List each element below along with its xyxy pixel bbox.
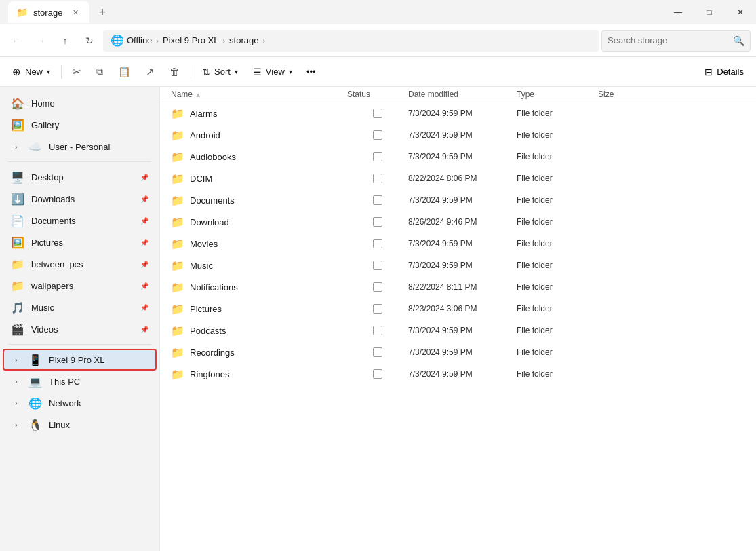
sidebar-item-linux[interactable]: › 🐧 Linux xyxy=(3,414,157,436)
sidebar-item-network[interactable]: › 🌐 Network xyxy=(3,392,157,414)
table-row[interactable]: 📁 Podcasts 7/3/2024 9:59 PM File folder xyxy=(160,320,756,341)
table-row[interactable]: 📁 Ringtones 7/3/2024 9:59 PM File folder xyxy=(160,363,756,385)
minimize-button[interactable]: — xyxy=(662,0,694,24)
sidebar-item-documents[interactable]: 📄 Documents 📌 xyxy=(3,210,157,231)
table-row[interactable]: 📁 DCIM 8/22/2024 8:06 PM File folder xyxy=(160,168,756,189)
file-status-cell xyxy=(347,217,408,227)
downloads-pin-icon: 📌 xyxy=(140,195,148,203)
share-button[interactable]: ↗ xyxy=(139,61,161,83)
view-button[interactable]: ☰ View ▾ xyxy=(246,61,299,83)
status-checkbox xyxy=(373,195,382,205)
paste-button[interactable]: 📋 xyxy=(111,61,138,83)
new-tab-button[interactable]: + xyxy=(92,2,113,22)
folder-icon: 📁 xyxy=(171,151,184,164)
sidebar-item-downloads[interactable]: ⬇️ Downloads 📌 xyxy=(3,188,157,210)
sidebar-item-wallpapers[interactable]: 📁 wallpapers 📌 xyxy=(3,275,157,297)
new-button[interactable]: ⊕ New ▾ xyxy=(5,61,57,83)
sidebar-item-between-pcs[interactable]: 📁 between_pcs 📌 xyxy=(3,253,157,275)
toolbar-sep-2 xyxy=(191,65,191,79)
sidebar-item-desktop[interactable]: 🖥️ Desktop 📌 xyxy=(3,166,157,188)
folder-icon: 📁 xyxy=(171,303,184,316)
view-label: View xyxy=(266,66,285,77)
breadcrumb-offline[interactable]: 🌐 Offline xyxy=(111,34,152,47)
status-checkbox xyxy=(373,239,382,248)
table-row[interactable]: 📁 Pictures 8/23/2024 3:06 PM File folder xyxy=(160,298,756,320)
status-checkbox xyxy=(373,369,382,379)
tab-close-button[interactable]: ✕ xyxy=(69,6,81,18)
tab-label: storage xyxy=(33,7,62,18)
sidebar-item-pictures[interactable]: 🖼️ Pictures 📌 xyxy=(3,231,157,253)
file-date-cell: 7/3/2024 9:59 PM xyxy=(408,239,517,248)
file-name-cell: 📁 Recordings xyxy=(171,346,347,359)
pixel-expand-icon: › xyxy=(11,356,22,364)
delete-button[interactable]: 🗑 xyxy=(163,61,186,83)
wallpapers-pin-icon: 📌 xyxy=(140,282,148,290)
details-button[interactable]: ⊟ Details xyxy=(698,61,751,83)
file-date-cell: 8/22/2024 8:06 PM xyxy=(408,174,517,183)
active-tab[interactable]: 📁 storage ✕ xyxy=(8,1,89,23)
folder-icon: 📁 xyxy=(171,259,184,272)
table-row[interactable]: 📁 Movies 7/3/2024 9:59 PM File folder xyxy=(160,233,756,254)
table-row[interactable]: 📁 Documents 7/3/2024 9:59 PM File folder xyxy=(160,189,756,211)
tab-area: 📁 storage ✕ + xyxy=(8,0,662,24)
col-header-type[interactable]: Type xyxy=(517,90,598,99)
sort-button[interactable]: ⇅ Sort ▾ xyxy=(195,61,245,83)
col-header-name[interactable]: Name ▲ xyxy=(171,90,347,99)
sidebar-wallpapers-label: wallpapers xyxy=(31,281,134,291)
breadcrumb-storage[interactable]: storage xyxy=(229,35,258,45)
col-header-size[interactable]: Size xyxy=(598,90,652,99)
copy-button[interactable]: ⧉ xyxy=(89,61,110,83)
back-button[interactable]: ← xyxy=(5,30,27,52)
more-options-button[interactable]: ••• xyxy=(300,61,322,83)
search-input[interactable] xyxy=(608,35,729,45)
file-date-cell: 7/3/2024 9:59 PM xyxy=(408,130,517,140)
table-row[interactable]: 📁 Android 7/3/2024 9:59 PM File folder xyxy=(160,124,756,146)
status-checkbox xyxy=(373,109,382,118)
cut-button[interactable]: ✂ xyxy=(66,61,88,83)
between-pcs-pin-icon: 📌 xyxy=(140,261,148,268)
table-row[interactable]: 📁 Download 8/26/2024 9:46 PM File folder xyxy=(160,211,756,233)
forward-button[interactable]: → xyxy=(30,30,52,52)
search-box[interactable]: 🔍 xyxy=(601,30,751,52)
between-pcs-icon: 📁 xyxy=(11,258,24,271)
refresh-button[interactable]: ↻ xyxy=(79,30,100,52)
file-type-cell: File folder xyxy=(517,195,598,205)
sidebar-cloud-label: User - Personal xyxy=(49,142,148,152)
file-status-cell xyxy=(347,347,408,357)
file-name-text: Movies xyxy=(190,239,218,249)
table-row[interactable]: 📁 Alarms 7/3/2024 9:59 PM File folder xyxy=(160,102,756,124)
file-name-text: Recordings xyxy=(190,347,235,358)
maximize-button[interactable]: □ xyxy=(694,0,725,24)
file-type-cell: File folder xyxy=(517,282,598,292)
more-icon: ••• xyxy=(306,66,316,77)
music-icon: 🎵 xyxy=(11,301,24,314)
sidebar-item-music[interactable]: 🎵 Music 📌 xyxy=(3,297,157,318)
up-button[interactable]: ↑ xyxy=(54,30,76,52)
table-row[interactable]: 📁 Notifications 8/22/2024 8:11 PM File f… xyxy=(160,276,756,298)
name-sort-arrow: ▲ xyxy=(195,91,201,98)
close-button[interactable]: ✕ xyxy=(725,0,756,24)
file-date-cell: 7/3/2024 9:59 PM xyxy=(408,109,517,118)
file-name-cell: 📁 Android xyxy=(171,129,347,142)
sidebar-item-videos[interactable]: 🎬 Videos 📌 xyxy=(3,318,157,340)
col-header-status[interactable]: Status xyxy=(347,90,408,99)
file-status-cell xyxy=(347,326,408,335)
sidebar-item-pixel[interactable]: › 📱 Pixel 9 Pro XL xyxy=(3,349,157,370)
sidebar-item-this-pc[interactable]: › 💻 This PC xyxy=(3,370,157,392)
table-row[interactable]: 📁 Music 7/3/2024 9:59 PM File folder xyxy=(160,254,756,276)
file-date-cell: 8/26/2024 9:46 PM xyxy=(408,217,517,227)
sidebar-item-gallery[interactable]: 🖼️ Gallery xyxy=(3,114,157,136)
sidebar-item-cloud[interactable]: › ☁️ User - Personal xyxy=(3,136,157,157)
breadcrumb[interactable]: 🌐 Offline › Pixel 9 Pro XL › storage › xyxy=(103,30,599,52)
sidebar-item-home[interactable]: 🏠 Home xyxy=(3,92,157,114)
breadcrumb-device[interactable]: Pixel 9 Pro XL xyxy=(163,35,218,45)
file-status-cell xyxy=(347,195,408,205)
file-date-cell: 7/3/2024 9:59 PM xyxy=(408,347,517,357)
col-header-date[interactable]: Date modified xyxy=(408,90,517,99)
table-row[interactable]: 📁 Audiobooks 7/3/2024 9:59 PM File folde… xyxy=(160,146,756,168)
status-checkbox xyxy=(373,130,382,140)
table-row[interactable]: 📁 Recordings 7/3/2024 9:59 PM File folde… xyxy=(160,341,756,363)
file-status-cell xyxy=(347,174,408,183)
status-checkbox xyxy=(373,282,382,292)
status-checkbox xyxy=(373,304,382,314)
